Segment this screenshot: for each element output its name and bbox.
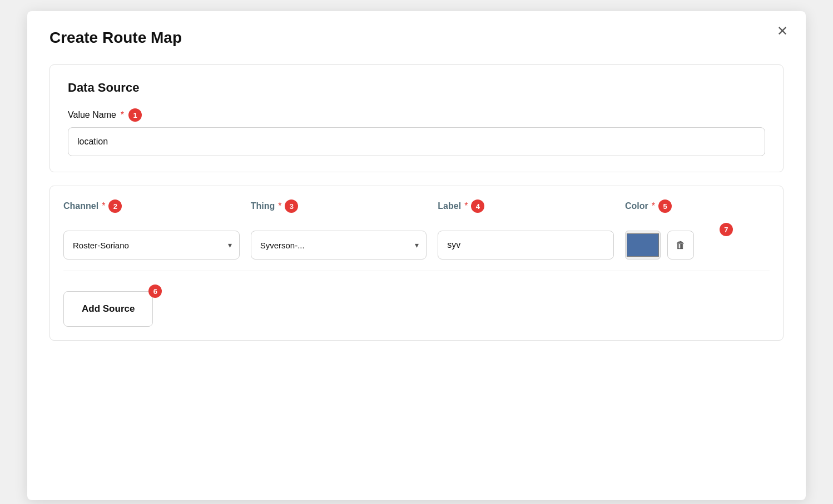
color-col-label: Color — [625, 201, 648, 211]
channel-required: * — [102, 201, 105, 211]
color-col-header: Color * 5 — [625, 199, 725, 213]
close-button[interactable]: ✕ — [777, 24, 788, 38]
delete-col-header — [736, 199, 770, 213]
thing-select-wrapper: Syverson-... ▾ — [251, 231, 427, 260]
badge-7: 7 — [720, 223, 733, 236]
badge-1: 1 — [128, 108, 142, 122]
value-name-input[interactable] — [68, 127, 765, 156]
value-name-label: Value Name — [68, 110, 116, 120]
data-source-section: Data Source Value Name * 1 — [49, 64, 784, 172]
channel-select-wrapper: Roster-Soriano ▾ — [63, 231, 240, 260]
color-required: * — [652, 201, 655, 211]
color-delete-group: 🗑 7 — [625, 231, 725, 260]
modal-title: Create Route Map — [49, 29, 784, 47]
channel-col-header: Channel * 2 — [63, 199, 240, 213]
data-source-title: Data Source — [68, 81, 765, 95]
thing-select[interactable]: Syverson-... — [251, 231, 427, 260]
label-input[interactable] — [438, 231, 614, 260]
thing-required: * — [278, 201, 281, 211]
thing-col-header: Thing * 3 — [251, 199, 427, 213]
badge-2: 2 — [108, 199, 122, 213]
add-source-label: Add Source — [82, 303, 135, 315]
label-required: * — [464, 201, 468, 211]
thing-col-label: Thing — [251, 201, 275, 211]
badge-6: 6 — [148, 285, 162, 298]
add-source-button[interactable]: Add Source — [63, 291, 153, 327]
color-picker[interactable] — [625, 231, 661, 260]
badge-4: 4 — [471, 199, 484, 213]
sources-header: Channel * 2 Thing * 3 Label * 4 Color * … — [63, 199, 770, 219]
badge-5: 5 — [658, 199, 672, 213]
add-source-wrapper: Add Source 6 — [63, 282, 153, 340]
channel-select[interactable]: Roster-Soriano — [63, 231, 240, 260]
label-col-header: Label * 4 — [438, 199, 614, 213]
sources-section: Channel * 2 Thing * 3 Label * 4 Color * … — [49, 186, 784, 341]
modal-container: ✕ Create Route Map Data Source Value Nam… — [27, 11, 806, 500]
value-name-label-row: Value Name * 1 — [68, 108, 765, 122]
value-name-required: * — [121, 110, 124, 120]
delete-row-button[interactable]: 🗑 — [667, 231, 694, 260]
badge-3: 3 — [285, 199, 298, 213]
table-row: Roster-Soriano ▾ Syverson-... ▾ 🗑 7 — [63, 231, 770, 271]
trash-icon: 🗑 — [676, 239, 686, 251]
channel-col-label: Channel — [63, 201, 98, 211]
label-col-label: Label — [438, 201, 461, 211]
